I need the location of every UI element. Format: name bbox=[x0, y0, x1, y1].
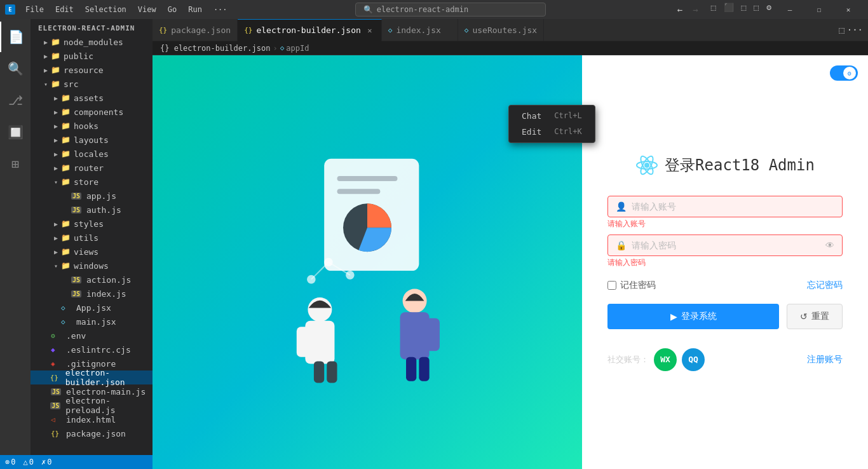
folder-icon: 📁 bbox=[61, 93, 71, 102]
layout-icon-2[interactable]: ⬛ bbox=[720, 0, 738, 19]
json-tab-icon: {} bbox=[159, 26, 167, 34]
qq-login-btn[interactable]: QQ bbox=[682, 348, 705, 371]
code-editor: 12345 678910 1112131415 1617181920 21222… bbox=[153, 55, 868, 469]
tree-item-electron-builder[interactable]: {} electron-builder.json bbox=[31, 370, 153, 384]
tab-useroutes-jsx[interactable]: ◇ useRoutes.jsx bbox=[458, 19, 544, 41]
tree-item-windows[interactable]: ▾ 📁 windows bbox=[31, 259, 153, 273]
menu-file[interactable]: File bbox=[20, 3, 49, 17]
username-input[interactable] bbox=[632, 201, 834, 212]
tree-item-src[interactable]: ▾ 📁 src bbox=[31, 77, 153, 91]
info-count: 0 bbox=[47, 458, 51, 466]
menu-edit[interactable]: Edit bbox=[50, 3, 79, 17]
menu-more[interactable]: ··· bbox=[208, 3, 233, 17]
status-errors[interactable]: ⊗ 0 bbox=[5, 458, 15, 466]
activity-extensions[interactable]: ⊞ bbox=[0, 149, 31, 179]
win-minimize-btn[interactable]: — bbox=[775, 0, 804, 19]
titlebar: E File Edit Selection View Go Run ··· 🔍 … bbox=[0, 0, 868, 19]
status-info[interactable]: ✗ 0 bbox=[41, 458, 51, 466]
tree-item-router[interactable]: ▶ 📁 router bbox=[31, 161, 153, 175]
menu-selection[interactable]: Selection bbox=[80, 3, 132, 17]
tree-item-styles[interactable]: ▶ 📁 styles bbox=[31, 217, 153, 231]
ctx-chat-label: Chat bbox=[522, 111, 541, 121]
status-warnings[interactable]: △ 0 bbox=[23, 458, 33, 466]
password-input[interactable] bbox=[632, 240, 820, 250]
context-menu: Chat Ctrl+L Edit Ctrl+K bbox=[508, 105, 595, 143]
tree-item-hooks[interactable]: ▶ 📁 hooks bbox=[31, 119, 153, 133]
tab-package-json[interactable]: {} package.json bbox=[153, 19, 238, 41]
reset-btn-text: 重置 bbox=[811, 311, 829, 322]
activity-files[interactable]: 📄 bbox=[0, 22, 31, 52]
tree-item-assets[interactable]: ▶ 📁 assets bbox=[31, 91, 153, 105]
win-maximize-btn[interactable]: ☐ bbox=[804, 0, 834, 19]
breadcrumb: {} electron-builder.json › ◇ appId bbox=[153, 41, 868, 55]
file-tree: ▶ 📁 node_modules ▶ 📁 public ▶ 📁 resource bbox=[31, 35, 153, 469]
context-menu-chat[interactable]: Chat Ctrl+L bbox=[509, 108, 595, 124]
win-close-btn[interactable]: ✕ bbox=[834, 0, 863, 19]
tab-close-btn[interactable]: ✕ bbox=[365, 25, 375, 36]
context-menu-edit[interactable]: Edit Ctrl+K bbox=[509, 124, 595, 140]
login-button[interactable]: ▶ 登录系统 bbox=[607, 304, 779, 329]
settings-icon[interactable]: ⚙ bbox=[763, 0, 775, 19]
layout-icon-4[interactable]: ⬚ bbox=[750, 0, 763, 19]
user-icon: 👤 bbox=[616, 201, 627, 212]
folder-icon: 📁 bbox=[61, 233, 71, 242]
tree-item-package-json[interactable]: {} package.json bbox=[31, 426, 153, 440]
ctx-edit-shortcut: Ctrl+K bbox=[554, 127, 581, 137]
nav-back[interactable]: ← bbox=[674, 2, 686, 17]
folder-icon: 📁 bbox=[61, 121, 71, 130]
remember-me-label[interactable]: 记住密码 bbox=[607, 280, 656, 291]
forgot-password-link[interactable]: 忘记密码 bbox=[807, 280, 843, 291]
wechat-icon: WX bbox=[660, 355, 670, 364]
tree-item-auth-js[interactable]: JS auth.js bbox=[31, 203, 153, 217]
menu-run[interactable]: Run bbox=[183, 3, 207, 17]
split-editor-icon[interactable]: ⬚ bbox=[839, 25, 844, 35]
password-input-wrapper: 🔒 👁 bbox=[607, 234, 843, 256]
tree-item-store[interactable]: ▾ 📁 store bbox=[31, 175, 153, 189]
tree-item-components[interactable]: ▶ 📁 components bbox=[31, 105, 153, 119]
reset-btn-icon: ↺ bbox=[800, 311, 808, 322]
remember-checkbox[interactable] bbox=[607, 281, 616, 290]
username-error: 请输入账号 bbox=[607, 219, 843, 229]
tree-item-eslintrc[interactable]: ◆ .eslintrc.cjs bbox=[31, 343, 153, 357]
tree-item-utils[interactable]: ▶ 📁 utils bbox=[31, 231, 153, 245]
tree-item-node-modules[interactable]: ▶ 📁 node_modules bbox=[31, 35, 153, 49]
search-box[interactable]: 🔍 electron-react-admin bbox=[355, 3, 546, 17]
error-count: 0 bbox=[11, 458, 15, 466]
tree-item-public[interactable]: ▶ 📁 public bbox=[31, 49, 153, 63]
activity-git[interactable]: ⎇ bbox=[0, 85, 31, 116]
register-link[interactable]: 注册账号 bbox=[807, 354, 843, 365]
tree-item-env[interactable]: ⚙ .env bbox=[31, 329, 153, 343]
breadcrumb-file[interactable]: {} electron-builder.json bbox=[160, 44, 270, 53]
activity-debug[interactable]: 🔲 bbox=[0, 117, 31, 147]
layout-icon-1[interactable]: ⬚ bbox=[707, 0, 720, 19]
tree-item-locales[interactable]: ▶ 📁 locales bbox=[31, 147, 153, 161]
tree-item-main-jsx[interactable]: ◇ main.jsx bbox=[31, 315, 153, 329]
reset-button[interactable]: ↺ 重置 bbox=[787, 304, 843, 329]
tree-item-views[interactable]: ▶ 📁 views bbox=[31, 245, 153, 259]
svg-rect-2 bbox=[337, 189, 381, 194]
tab-electron-builder[interactable]: {} electron-builder.json ✕ bbox=[238, 19, 382, 41]
tree-item-resource[interactable]: ▶ 📁 resource bbox=[31, 63, 153, 77]
error-icon: ⊗ bbox=[5, 458, 10, 466]
tree-item-app-js[interactable]: JS app.js bbox=[31, 189, 153, 203]
wechat-login-btn[interactable]: WX bbox=[654, 348, 677, 371]
theme-toggle[interactable]: ⚙ bbox=[830, 65, 858, 81]
tree-item-app-jsx[interactable]: ◇ App.jsx bbox=[31, 301, 153, 315]
tab-index-jsx[interactable]: ◇ index.jsx bbox=[382, 19, 458, 41]
more-actions-icon[interactable]: ··· bbox=[847, 25, 863, 35]
tree-item-layouts[interactable]: ▶ 📁 layouts bbox=[31, 133, 153, 147]
eye-icon[interactable]: 👁 bbox=[825, 240, 834, 250]
breadcrumb-item[interactable]: ◇ appId bbox=[280, 44, 309, 53]
menu-go[interactable]: Go bbox=[163, 3, 182, 17]
tree-item-index-js[interactable]: JS index.js bbox=[31, 287, 153, 301]
activity-search[interactable]: 🔍 bbox=[0, 53, 31, 84]
tree-item-action-js[interactable]: JS action.js bbox=[31, 273, 153, 287]
gitignore-icon: ◈ bbox=[51, 360, 61, 368]
menu-view[interactable]: View bbox=[133, 3, 161, 17]
ctx-chat-shortcut: Ctrl+L bbox=[554, 111, 581, 121]
tree-item-electron-preload[interactable]: JS electron-preload.js bbox=[31, 398, 153, 412]
layout-icon-3[interactable]: ⬚ bbox=[738, 0, 750, 19]
html-icon: ◁ bbox=[51, 416, 61, 424]
nav-forward[interactable]: → bbox=[689, 2, 702, 17]
social-label: 社交账号： bbox=[607, 354, 649, 365]
